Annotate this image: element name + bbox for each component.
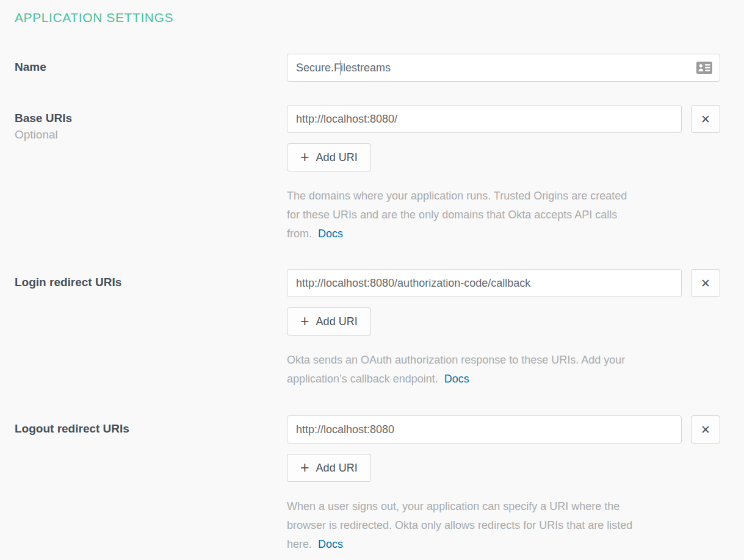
logout-redirect-uris-docs-link[interactable]: Docs <box>318 538 343 550</box>
plus-icon: + <box>300 460 309 475</box>
base-uri-remove-button[interactable]: ✕ <box>691 105 720 133</box>
close-icon: ✕ <box>701 113 710 126</box>
name-label-col: Name <box>15 54 287 74</box>
close-icon: ✕ <box>701 277 710 290</box>
add-uri-label: Add URI <box>316 315 358 328</box>
base-uris-help: The domains where your application runs.… <box>287 187 744 243</box>
logout-redirect-uri-input[interactable] <box>287 415 682 443</box>
logout-redirect-uri-line: ✕ <box>287 415 744 443</box>
name-input-wrap <box>287 54 720 82</box>
login-redirect-uris-label: Login redirect URIs <box>15 275 287 290</box>
login-redirect-uris-help: Okta sends an OAuth authorization respon… <box>287 351 744 389</box>
contact-card-icon <box>696 62 712 74</box>
text-cursor <box>341 60 341 75</box>
plus-icon: + <box>300 314 309 329</box>
add-uri-label: Add URI <box>316 151 358 164</box>
logout-redirect-uris-label: Logout redirect URIs <box>15 422 287 436</box>
plus-icon: + <box>300 149 309 165</box>
login-redirect-uris-docs-link[interactable]: Docs <box>444 373 469 385</box>
login-redirect-uri-input[interactable] <box>287 269 682 297</box>
login-redirect-uri-add-button[interactable]: + Add URI <box>287 307 371 336</box>
base-uri-input[interactable] <box>287 105 682 133</box>
login-redirect-uri-line: ✕ <box>287 269 744 297</box>
field-row-logout-redirect-uris: Logout redirect URIs ✕ + Add URI When a … <box>15 415 744 554</box>
field-row-name: Name <box>15 54 744 82</box>
name-input[interactable] <box>287 54 720 82</box>
logout-redirect-uri-remove-button[interactable]: ✕ <box>691 415 720 443</box>
field-row-login-redirect-uris: Login redirect URIs ✕ + Add URI Okta sen… <box>15 269 744 389</box>
base-uris-label: Base URIs <box>15 111 287 126</box>
section-title: APPLICATION SETTINGS <box>15 10 744 26</box>
field-row-base-uris: Base URIs Optional ✕ + Add URI The domai… <box>15 105 744 243</box>
login-redirect-uri-remove-button[interactable]: ✕ <box>691 269 720 297</box>
logout-redirect-uri-add-button[interactable]: + Add URI <box>287 454 371 482</box>
base-uri-add-button[interactable]: + Add URI <box>287 143 371 171</box>
logout-redirect-label-col: Logout redirect URIs <box>15 415 287 436</box>
base-uris-optional-label: Optional <box>15 127 287 142</box>
logout-redirect-uris-help: When a user signs out, your application … <box>287 497 744 554</box>
close-icon: ✕ <box>701 423 710 436</box>
base-uri-line: ✕ <box>287 105 744 133</box>
login-redirect-label-col: Login redirect URIs <box>15 269 287 290</box>
application-settings-section: APPLICATION SETTINGS Name <box>0 0 744 554</box>
name-label: Name <box>15 60 287 74</box>
base-uris-docs-link[interactable]: Docs <box>318 228 343 240</box>
add-uri-label: Add URI <box>316 462 358 475</box>
base-uris-label-col: Base URIs Optional <box>15 105 287 142</box>
